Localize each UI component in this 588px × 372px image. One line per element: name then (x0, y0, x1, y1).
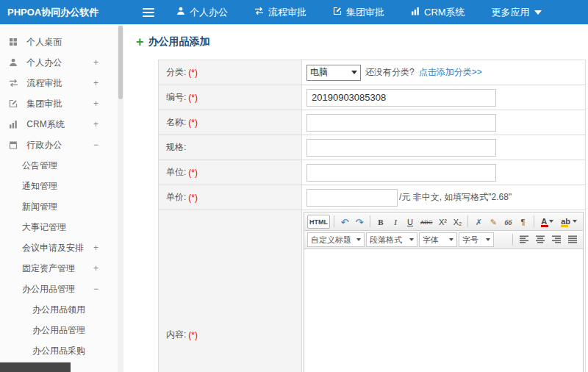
dropdown-label: 字号 (462, 235, 478, 246)
sidebar-item-notice-mgmt[interactable]: 通知管理 (0, 176, 123, 196)
app-brand: PHPOA协同办公软件 (0, 6, 123, 19)
nav-more-apps[interactable]: 更多应用 (492, 6, 542, 19)
link-preview-tooltip (0, 362, 71, 372)
sidebar: 个人桌面 个人办公 + 流程审批 + 集团审批 + CRM系统 + 行政办公 − (0, 24, 123, 372)
caret-down-icon (573, 220, 577, 223)
sidebar-item-crm[interactable]: CRM系统 + (0, 114, 123, 135)
sidebar-item-label: 办公用品领用 (32, 304, 85, 315)
expand-sign: + (93, 93, 98, 114)
sidebar-item-admin-office[interactable]: 行政办公 − (0, 135, 123, 155)
add-category-link[interactable]: 点击添加分类>> (419, 66, 482, 79)
highlight-color-button[interactable]: ab (558, 215, 580, 229)
sidebar-item-news-mgmt[interactable]: 新闻管理 (0, 196, 123, 217)
form-row-content: 内容: (*) HTML ↶ ↷ B I U ABC X² (159, 210, 585, 372)
expand-sign: + (93, 52, 98, 73)
edit-icon (333, 7, 342, 18)
font-family-dropdown[interactable]: 字体 (419, 232, 457, 247)
sidebar-item-label: 行政办公 (26, 140, 62, 150)
sidebar-item-label: 会议申请及安排 (22, 243, 84, 253)
align-justify-icon[interactable] (565, 233, 580, 247)
paragraph-format-dropdown[interactable]: 段落格式 (366, 232, 417, 247)
top-navigation: 个人办公 流程审批 集团审批 CRM系统 更多应用 (176, 6, 542, 19)
sidebar-item-label: 流程审批 (26, 78, 62, 88)
sidebar-item-personal-office[interactable]: 个人办公 + (0, 52, 123, 73)
underline-button[interactable]: U (404, 215, 417, 229)
format-painter-icon[interactable]: ✎ (487, 215, 500, 229)
number-input[interactable] (306, 89, 496, 107)
sidebar-item-label: 个人办公 (26, 57, 62, 68)
spec-input[interactable] (306, 139, 496, 157)
sidebar-item-group-approval[interactable]: 集团审批 + (0, 93, 123, 114)
chart-icon (411, 7, 420, 18)
editor-content-area[interactable] (304, 249, 583, 372)
subscript-button[interactable]: X₂ (451, 215, 464, 229)
price-hint: /元 非中文, 如填写格式"2.68" (399, 191, 512, 204)
nav-crm-system[interactable]: CRM系统 (411, 6, 465, 19)
toolbar-separator (370, 215, 370, 227)
nav-label: CRM系统 (424, 6, 465, 19)
scrollbar-thumb[interactable] (118, 26, 123, 99)
sidebar-item-office-supplies-mgmt[interactable]: 办公用品管理 − (0, 279, 123, 299)
sidebar-item-label: 办公用品管理 (22, 284, 75, 294)
html-source-button[interactable]: HTML (307, 215, 330, 229)
form-row-unit: 单位: (*) (159, 160, 585, 185)
sidebar-item-workflow-approval[interactable]: 流程审批 + (0, 73, 123, 93)
hamburger-icon[interactable] (143, 8, 154, 17)
price-input[interactable] (306, 189, 398, 207)
rich-text-editor: HTML ↶ ↷ B I U ABC X² X₂ ✗ ✎ (304, 212, 584, 372)
nav-group-approval[interactable]: 集团审批 (333, 6, 384, 19)
sidebar-item-label: 集团审批 (26, 99, 62, 109)
sidebar-item-label: 公告管理 (22, 160, 57, 171)
required-mark: (*) (188, 118, 198, 128)
sidebar-item-office-supplies-purchase[interactable]: 办公用品采购 (0, 340, 123, 361)
required-mark: (*) (188, 193, 198, 203)
caret-down-icon (549, 220, 553, 223)
dropdown-label: 自定义标题 (311, 235, 351, 246)
expand-sign: − (93, 135, 98, 155)
align-center-icon[interactable] (533, 233, 548, 247)
caret-down-icon (486, 238, 490, 241)
sidebar-item-meeting-request[interactable]: 会议申请及安排 + (0, 237, 123, 258)
nav-personal-office[interactable]: 个人办公 (176, 6, 228, 19)
font-color-button[interactable]: A (538, 215, 556, 229)
expand-sign: − (93, 279, 98, 299)
main-content: + 办公用品添加 分类: (*) 电脑 还没有分类? 点击添加分类>> 编号: … (123, 24, 588, 372)
unit-input[interactable] (306, 164, 496, 182)
blockquote-icon[interactable]: 66 (501, 215, 514, 229)
italic-button[interactable]: I (389, 215, 402, 229)
sidebar-item-personal-desktop[interactable]: 个人桌面 (0, 32, 123, 52)
sidebar-item-office-supplies-manage[interactable]: 办公用品管理 (0, 320, 123, 340)
redo-icon[interactable]: ↷ (353, 215, 366, 229)
undo-icon[interactable]: ↶ (338, 215, 351, 229)
nav-workflow-approval[interactable]: 流程审批 (254, 6, 306, 19)
dropdown-label: 段落格式 (370, 235, 402, 246)
sidebar-item-label: 固定资产管理 (22, 263, 75, 273)
align-right-icon[interactable] (549, 233, 564, 247)
topbar: PHPOA协同办公软件 个人办公 流程审批 集团审批 CRM系统 更多应用 (0, 0, 588, 24)
sidebar-item-fixed-assets-mgmt[interactable]: 固定资产管理 + (0, 258, 123, 279)
sidebar-item-label: 办公用品管理 (32, 325, 85, 335)
editor-toolbar-row1: HTML ↶ ↷ B I U ABC X² X₂ ✗ ✎ (304, 212, 583, 231)
page-title: 办公用品添加 (148, 35, 210, 49)
align-left-icon[interactable] (517, 233, 531, 247)
font-size-dropdown[interactable]: 字号 (459, 232, 494, 247)
caret-down-icon (356, 238, 361, 241)
add-icon: + (136, 35, 144, 49)
page-header: + 办公用品添加 (123, 24, 588, 49)
strikethrough-button[interactable]: ABC (418, 215, 434, 229)
sidebar-item-label: 大事记管理 (22, 222, 66, 232)
superscript-button[interactable]: X² (436, 215, 449, 229)
sidebar-item-announcement-mgmt[interactable]: 公告管理 (0, 155, 123, 176)
paragraph-icon[interactable]: ¶ (516, 215, 529, 229)
remove-format-icon[interactable]: ✗ (472, 215, 485, 229)
label-text: 内容: (166, 329, 186, 341)
label-text: 编号: (166, 91, 186, 104)
bold-button[interactable]: B (374, 215, 387, 229)
sidebar-scrollbar[interactable] (118, 24, 123, 372)
sidebar-item-office-supplies-claim[interactable]: 办公用品领用 (0, 299, 123, 320)
label-text: 名称: (166, 116, 186, 129)
custom-heading-dropdown[interactable]: 自定义标题 (307, 232, 365, 247)
sidebar-item-events-mgmt[interactable]: 大事记管理 (0, 217, 123, 237)
category-select[interactable]: 电脑 (306, 65, 361, 81)
name-input[interactable] (306, 114, 496, 132)
